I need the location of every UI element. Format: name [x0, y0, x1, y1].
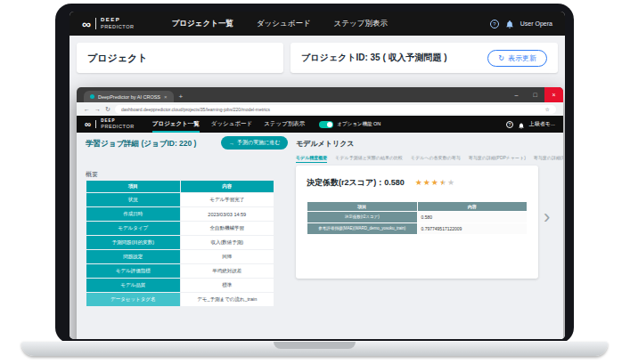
overview-table: 項目 内容 状況 モデル学習完了 作成日時 2023/03/03 14:59	[86, 180, 274, 307]
bell-icon[interactable]	[519, 117, 524, 133]
row-label: 予測問題(目的変数)	[86, 236, 180, 249]
logo-text: DEEP PREDICTOR	[101, 17, 135, 29]
table-row: 決定係数(r2スコア) 0.580	[307, 212, 527, 222]
browser-tab-title: DeepPredictor by AI CROSS	[98, 94, 160, 100]
row-label: モデル評価指標	[86, 264, 180, 278]
star-rating: ★★★★★	[415, 179, 454, 187]
row-value: モデル学習完了	[181, 193, 274, 206]
toggle-switch[interactable]	[319, 121, 333, 128]
star-icon: ★	[423, 179, 430, 187]
row-label: 問題設定	[86, 250, 180, 263]
r2-score-title: 決定係数(r2スコア)：0.580	[307, 177, 405, 189]
col-item-header: 項目	[86, 181, 180, 192]
proceed-label: 予測の実施に進む	[237, 139, 280, 147]
star-icon: ★	[447, 179, 454, 187]
browser-window: DeepPredictor by AI CROSS × + – □ × ← → …	[77, 87, 563, 339]
infinity-logo-icon: ∞	[82, 18, 91, 30]
browser-tab[interactable]: DeepPredictor by AI CROSS ×	[84, 91, 174, 102]
option-feature-toggle[interactable]: オプション機能 ON	[319, 121, 380, 128]
table-header-row: 項目 内容	[86, 181, 274, 192]
project-card: プロジェクト	[77, 43, 283, 73]
row-label: 決定係数(r2スコア)	[307, 212, 417, 222]
nav-item-dashboard[interactable]: ダッシュボード	[257, 19, 311, 29]
row-value: 全自動機械学習	[181, 222, 274, 235]
help-icon[interactable]: ?	[506, 121, 513, 128]
nav-item-dashboard[interactable]: ダッシュボード	[211, 116, 252, 133]
nav-item-project-list[interactable]: プロジェクト一覧	[172, 19, 233, 29]
bell-icon[interactable]	[506, 16, 513, 32]
score-row: 決定係数(r2スコア)：0.580 ★★★★★	[307, 177, 528, 189]
new-tab-button[interactable]: +	[179, 93, 184, 101]
nav-item-project-list[interactable]: プロジェクト一覧	[152, 116, 200, 133]
user-menu[interactable]: User Opera	[520, 20, 552, 27]
forward-icon[interactable]: →	[94, 106, 101, 112]
inner-nav-right: ? 上級者モ...	[506, 117, 555, 133]
refresh-label: 表示更新	[508, 53, 536, 63]
inner-app-logo: ∞ DEEP PREDICTOR	[85, 118, 135, 130]
star-icon: ★	[415, 179, 422, 187]
table-row: 参考評価指標(MAE)(WARD_demo_yosoku_train) 0.79…	[307, 223, 527, 234]
user-mode-menu[interactable]: 上級者モ...	[529, 120, 555, 128]
carousel-next-chevron-icon[interactable]: ›	[544, 207, 550, 227]
tab-model-accuracy-overview[interactable]: モデル精度概要	[296, 155, 327, 163]
infinity-logo-icon: ∞	[85, 120, 91, 129]
overview-section-title: 概要	[86, 170, 98, 179]
metrics-table: 項目 内容 決定係数(r2スコア) 0.580 参考評価指標(MAE)(WARD…	[307, 201, 528, 235]
outer-body: プロジェクト プロジェクトID: 35 ( 収入予測問題 ) ↻ 表示更新 De…	[70, 36, 565, 339]
tab-variable-contribution[interactable]: モデルへの各変数の寄与	[411, 155, 461, 163]
inner-nav-items: プロジェクト一覧 ダッシュボード ステップ別表示	[152, 116, 305, 133]
table-row: データセットタグ名 デモ_予測までの流れ_train	[86, 293, 274, 306]
tab-prediction-vs-actual[interactable]: モデル予測値と実際の結果の比較	[335, 155, 403, 163]
outer-nav-right: ? User Opera	[490, 16, 552, 32]
toggle-knob	[327, 122, 332, 127]
browser-urlbar: ← → ↻ dashboard.deeppredictor.cloud/proj…	[77, 102, 563, 116]
inner-content: 学習ジョブ詳細 (ジョブID: 220 ) → 予測の実施に進む モデルメトリク…	[77, 133, 563, 339]
row-value: 0.797749517122009	[418, 223, 528, 234]
row-label: 参考評価指標(MAE)(WARD_demo_yosoku_train)	[307, 223, 417, 234]
logo-main: DEEP	[101, 17, 120, 22]
proceed-to-prediction-button[interactable]: → 予測の実施に進む	[221, 136, 288, 150]
project-card-title: プロジェクト	[87, 52, 148, 65]
learning-job-title: 学習ジョブ詳細 (ジョブID: 220 )	[86, 139, 196, 150]
logo-main: DEEP	[101, 118, 115, 123]
arrow-right-icon: →	[229, 141, 234, 146]
logo-sub: PREDICTOR	[101, 124, 135, 130]
row-value: 平均絶対誤差	[181, 264, 274, 278]
row-label: 作成日時	[86, 207, 180, 221]
refresh-display-button[interactable]: ↻ 表示更新	[487, 50, 547, 67]
address-bar[interactable]: dashboard.deeppredictor.cloud/projects/3…	[115, 105, 556, 114]
project-id-card: プロジェクトID: 35 ( 収入予測問題 ) ↻ 表示更新	[290, 43, 558, 73]
close-button[interactable]: ×	[544, 87, 563, 102]
laptop-bezel: ∞ DEEP PREDICTOR プロジェクト一覧 ダッシュボード ステップ別表…	[55, 4, 574, 344]
maximize-button[interactable]: □	[526, 87, 544, 102]
model-metrics-title: モデルメトリクス	[296, 139, 355, 149]
nav-item-step-view[interactable]: ステップ別表示	[334, 19, 388, 29]
laptop-base-notch	[274, 342, 356, 349]
table-row: モデル品質 標準	[86, 279, 274, 292]
col-value-header: 内容	[181, 181, 274, 192]
tab-pdp-chart[interactable]: 寄与度の詳細(PDPチャート)	[469, 155, 526, 163]
help-icon[interactable]: ?	[490, 20, 499, 28]
row-value: 標準	[181, 279, 274, 292]
table-row: 作成日時 2023/03/03 14:59	[86, 207, 274, 221]
tab-ice-chart[interactable]: 寄与度の詳細(ICEチャート)	[534, 155, 563, 163]
outer-nav-items: プロジェクト一覧 ダッシュボード ステップ別表示	[172, 19, 388, 29]
app-logo: ∞ DEEP PREDICTOR	[82, 17, 135, 29]
back-icon[interactable]: ←	[84, 106, 90, 112]
tab-close-icon[interactable]: ×	[164, 94, 168, 100]
nav-item-step-view[interactable]: ステップ別表示	[264, 116, 305, 133]
url-text: dashboard.deeppredictor.cloud/projects/3…	[121, 107, 545, 112]
col-item-header: 項目	[307, 202, 417, 211]
row-value: 0.580	[418, 212, 528, 222]
table-row: 状況 モデル学習完了	[86, 193, 274, 206]
logo-divider	[95, 120, 96, 128]
model-accuracy-card: 決定係数(r2スコア)：0.580 ★★★★★ 項目 内容 決定係数(r2スコア…	[296, 166, 538, 279]
refresh-icon: ↻	[498, 54, 504, 62]
logo-divider	[95, 18, 96, 29]
star-icon: ★	[439, 179, 446, 187]
reload-icon[interactable]: ↻	[105, 106, 110, 113]
minimize-button[interactable]: –	[507, 87, 526, 102]
row-value: 2023/03/03 14:59	[181, 207, 274, 221]
bookmark-star-icon[interactable]: ☆	[545, 106, 550, 112]
table-row: モデルタイプ 全自動機械学習	[86, 222, 274, 235]
